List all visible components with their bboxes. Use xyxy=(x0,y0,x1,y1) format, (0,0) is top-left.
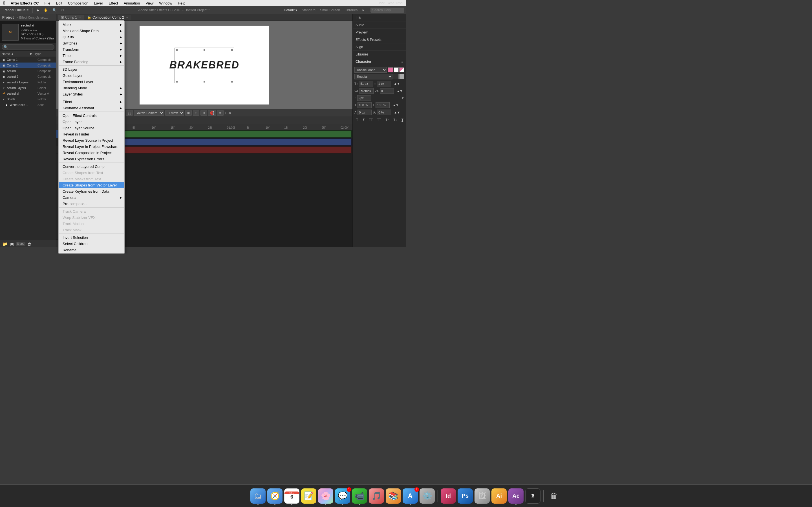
char-baseline-input[interactable] xyxy=(357,110,371,115)
ctx-pre-compose[interactable]: Pre-compose... xyxy=(59,201,124,207)
rulers-btn[interactable]: ⊞ xyxy=(200,110,207,116)
char-sub-btn[interactable]: T↓ xyxy=(392,117,399,123)
char-kerning-input[interactable] xyxy=(359,88,373,94)
ctx-open-effect-controls[interactable]: Open Effect Controls xyxy=(59,112,124,119)
tl-track-1-body[interactable] xyxy=(113,138,352,146)
rp-character-menu[interactable]: ≡ xyxy=(402,60,403,63)
tool-select[interactable]: ▶ xyxy=(35,7,41,13)
char-allcaps-btn[interactable]: TT xyxy=(367,117,374,123)
char-none-swatch[interactable] xyxy=(399,67,404,72)
apple-menu[interactable]:  xyxy=(2,0,6,6)
ctx-keyframe-assistant[interactable]: Keyframe Assistant xyxy=(59,105,124,111)
views-dropdown[interactable]: 1 View xyxy=(165,110,184,116)
guide-btn[interactable]: ⊡ xyxy=(193,110,199,116)
char-fill-swatch[interactable] xyxy=(388,67,393,72)
ws-default[interactable]: Default ▾ xyxy=(282,8,299,12)
tl-track-1-header[interactable] xyxy=(113,130,352,138)
rp-info[interactable]: Info xyxy=(353,14,406,21)
tl-track-1-bar[interactable] xyxy=(113,131,351,137)
char-tracking-input[interactable] xyxy=(380,88,394,94)
new-comp-btn[interactable]: ▣ xyxy=(9,241,15,247)
ctx-blending-mode[interactable]: Blending Mode xyxy=(59,85,124,91)
ctx-effect[interactable]: Effect xyxy=(59,99,124,105)
char-swatch2[interactable] xyxy=(394,74,399,79)
char-scalev-input[interactable] xyxy=(375,102,390,108)
tool-rotate[interactable]: ↺ xyxy=(59,7,66,13)
char-leading-btn[interactable]: ▲▼ xyxy=(392,80,402,87)
tl-track-2[interactable] xyxy=(113,146,352,154)
ctx-invert-selection[interactable]: Invert Selection xyxy=(59,234,124,240)
ctx-select-children[interactable]: Select Children xyxy=(59,240,124,247)
ctx-frame-blending[interactable]: Frame Blending xyxy=(59,59,124,65)
rp-libraries[interactable]: Libraries xyxy=(353,51,406,58)
render-queue-btn[interactable]: Render Queue ≡ xyxy=(2,7,30,13)
char-stroke-swatch[interactable] xyxy=(394,67,399,72)
file-menu[interactable]: File xyxy=(43,0,52,6)
ctx-create-keyframes-data[interactable]: Create Keyframes from Data xyxy=(59,188,124,194)
char-swatch3[interactable] xyxy=(399,74,404,79)
tool-zoom[interactable]: 🔍 xyxy=(51,7,58,13)
ws-more[interactable]: » xyxy=(360,7,366,13)
rp-character[interactable]: Character ≡ xyxy=(353,58,406,65)
ws-small-screen[interactable]: Small Screen xyxy=(318,8,342,12)
project-item-comp2[interactable]: ▣ Comp 2 Composit xyxy=(0,62,56,68)
ctx-guide-layer[interactable]: Guide Layer xyxy=(59,72,124,78)
tl-track-1-body-bar[interactable] xyxy=(113,139,351,145)
new-folder-btn[interactable]: 📁 xyxy=(2,241,8,247)
rp-preview[interactable]: Preview xyxy=(353,29,406,36)
char-smallcaps-btn[interactable]: TT xyxy=(375,117,383,123)
ctx-convert-layered[interactable]: Convert to Layered Comp xyxy=(59,163,124,170)
tool-hand[interactable]: ✋ xyxy=(42,7,50,13)
char-tsuki-input[interactable] xyxy=(377,110,391,115)
project-item-secind[interactable]: ▣ secind Composit xyxy=(0,68,56,74)
delete-item-btn[interactable]: 🗑 xyxy=(27,241,32,247)
project-item-secindlayers[interactable]: ▾ secind Layers Folder xyxy=(0,85,56,91)
app-name[interactable]: After Effects CC xyxy=(10,0,40,6)
ctx-reveal-layer-flowchart[interactable]: Reveal Layer in Project Flowchart xyxy=(59,144,124,150)
ctx-transform[interactable]: Transform xyxy=(59,46,124,52)
char-font-style[interactable]: Regular xyxy=(354,74,393,79)
ctx-reveal-comp[interactable]: Reveal Composition in Project xyxy=(59,150,124,156)
search-help-input[interactable] xyxy=(370,8,404,13)
effect-controls-tab[interactable]: ≡ Effect Controls sec... xyxy=(17,16,48,19)
grid-btn[interactable]: ⊞ xyxy=(185,110,192,116)
ctx-mask[interactable]: Mask xyxy=(59,21,124,27)
ctx-reveal-layer-source[interactable]: Reveal Layer Source in Project xyxy=(59,137,124,144)
help-menu[interactable]: Help xyxy=(177,0,187,6)
char-scaleh-input[interactable] xyxy=(357,102,371,108)
comp-tab-comp1[interactable]: ▣ Comp 1 × xyxy=(58,15,84,20)
composition-menu[interactable]: Composition xyxy=(67,0,89,6)
ctx-open-layer-source[interactable]: Open Layer Source xyxy=(59,125,124,131)
project-item-comp1[interactable]: ▣ Comp 1 Composit xyxy=(0,57,56,62)
rp-effects[interactable]: Effects & Presets xyxy=(353,36,406,43)
ctx-open-layer[interactable]: Open Layer xyxy=(59,119,124,125)
ctx-rename[interactable]: Rename xyxy=(59,247,124,253)
edit-menu[interactable]: Edit xyxy=(55,0,63,6)
comp2-tab-menu[interactable]: ≡ xyxy=(126,16,128,19)
char-tracking-btn[interactable]: ▲▼ xyxy=(395,88,405,94)
pixel-aspect-btn[interactable]: ⬚ xyxy=(126,110,133,116)
ctx-create-shapes-vector[interactable]: Create Shapes from Vector Layer xyxy=(59,182,124,188)
camera-dropdown[interactable]: Active Camera xyxy=(134,110,164,116)
layer-menu[interactable]: Layer xyxy=(93,0,104,6)
ctx-reveal-finder[interactable]: Reveal in Finder xyxy=(59,131,124,137)
rp-align[interactable]: Align xyxy=(353,43,406,51)
ctx-quality[interactable]: Quality xyxy=(59,34,124,40)
char-font-family[interactable]: Andale Mono xyxy=(354,67,387,73)
char-size-input[interactable] xyxy=(359,81,373,87)
ctx-camera[interactable]: Camera xyxy=(59,194,124,201)
char-scale-btn[interactable]: ▲▼ xyxy=(391,102,400,108)
window-menu[interactable]: Window xyxy=(158,0,173,6)
ctx-environment-layer[interactable]: Environment Layer xyxy=(59,78,124,85)
view-menu[interactable]: View xyxy=(145,0,155,6)
ctx-reveal-expression[interactable]: Reveal Expression Errors xyxy=(59,156,124,162)
project-item-whitesolid[interactable]: ■ White Solid 1 Solid xyxy=(0,102,56,108)
ctx-3d-layer[interactable]: 3D Layer xyxy=(59,66,124,72)
tl-track-2-bar[interactable] xyxy=(113,147,351,153)
char-bold-btn[interactable]: T xyxy=(354,117,360,123)
char-lineleading-input[interactable] xyxy=(357,95,371,101)
ws-standard[interactable]: Standard xyxy=(300,8,317,12)
snap-btn[interactable]: 🧲 xyxy=(208,110,216,116)
rp-audio[interactable]: Audio xyxy=(353,21,406,29)
ctx-time[interactable]: Time xyxy=(59,52,124,59)
